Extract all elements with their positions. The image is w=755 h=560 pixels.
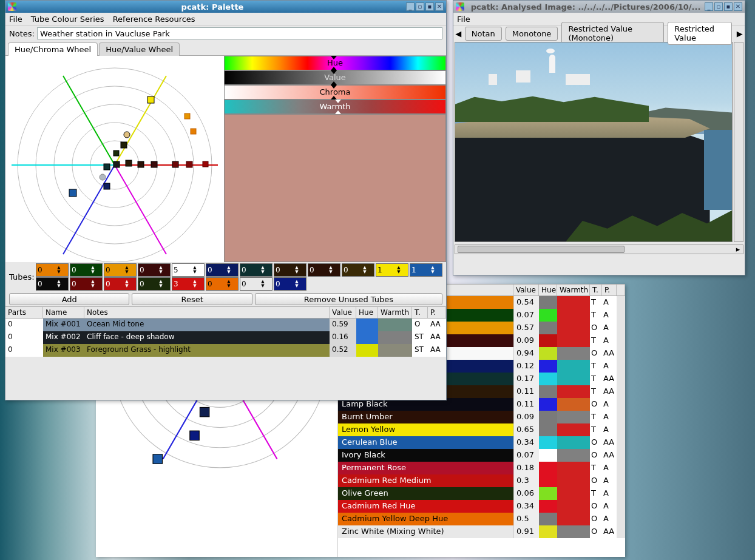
tube-value-input[interactable] [138, 266, 157, 274]
tube-spinner[interactable]: ▲▼ [138, 263, 171, 277]
menu-file[interactable]: File [9, 15, 22, 24]
restore-icon[interactable]: ▫ [714, 2, 723, 11]
tube-value-input[interactable] [172, 266, 191, 274]
tube-value-input[interactable] [70, 266, 89, 274]
tube-value-input[interactable] [274, 266, 293, 274]
tube-value-input[interactable] [342, 266, 361, 274]
colour-wheel[interactable] [5, 56, 224, 262]
spinner-arrows-icon[interactable]: ▲▼ [259, 280, 267, 288]
tube-value-input[interactable] [240, 266, 259, 274]
tube-spinner[interactable]: ▲▼ [308, 263, 340, 277]
maximize-icon[interactable]: ▪ [724, 2, 733, 11]
colour-row[interactable]: Cadmium Red Hue0.34OA [338, 500, 625, 513]
tube-spinner[interactable]: ▲▼ [206, 263, 239, 277]
tube-spinner[interactable]: ▲▼ [342, 263, 374, 277]
tube-spinner[interactable]: ▲▼ [376, 263, 408, 277]
palette-titlebar[interactable]: pcatk: Palette _ ▫ ▪ ✕ [5, 1, 446, 13]
colour-row[interactable]: Lemon Yellow0.65TA [338, 423, 625, 436]
tube-spinner[interactable]: ▲▼ [138, 277, 171, 291]
tube-spinner[interactable]: ▲▼ [70, 263, 103, 277]
hue-slider[interactable]: Hue [224, 56, 446, 70]
spinner-arrows-icon[interactable]: ▲▼ [361, 266, 369, 274]
tube-spinner[interactable]: ▲▼ [410, 263, 442, 277]
notes-input[interactable] [37, 27, 442, 39]
tube-value-input[interactable] [172, 280, 191, 288]
tube-value-input[interactable] [206, 280, 225, 288]
colour-row[interactable]: Cadmium Yellow Deep Hue0.5OA [338, 513, 625, 525]
image-hscrollbar[interactable]: ◂ ▸ [455, 245, 743, 254]
menu-tube-series[interactable]: Tube Colour Series [31, 15, 104, 24]
colour-row[interactable]: Olive Green0.06TA [338, 487, 625, 500]
tube-value-input[interactable] [274, 280, 293, 288]
colour-row[interactable]: Zinc White (Mixing White)0.91OAA [338, 525, 625, 538]
remove-unused-button[interactable]: Remove Unused Tubes [255, 293, 442, 305]
mix-row[interactable]: 0Mix #002Cliff face - deep shadow0.16STA… [5, 331, 446, 344]
tube-spinner[interactable]: ▲▼ [36, 277, 69, 291]
tube-value-input[interactable] [376, 266, 394, 274]
colour-row[interactable]: Cerulean Blue0.34OAA [338, 436, 625, 449]
mix-row[interactable]: 0Mix #001Ocean Mid tone0.59OAA [5, 319, 446, 331]
tabs-scroll-left[interactable]: ◀ [455, 29, 462, 38]
restore-icon[interactable]: ▫ [416, 2, 424, 11]
tab-hue-value[interactable]: Hue/Value Wheel [99, 42, 180, 56]
colour-row[interactable]: Cadmium Red Medium0.3OA [338, 474, 625, 487]
menu-reference[interactable]: Reference Resources [113, 15, 195, 24]
tube-spinner[interactable]: ▲▼ [104, 263, 137, 277]
tube-value-input[interactable] [138, 280, 157, 288]
close-icon[interactable]: ✕ [734, 2, 742, 11]
tube-spinner[interactable]: ▲▼ [240, 277, 273, 291]
tube-spinner[interactable]: ▲▼ [70, 277, 103, 291]
tube-value-input[interactable] [104, 280, 123, 288]
spinner-arrows-icon[interactable]: ▲▼ [123, 266, 131, 274]
tube-spinner[interactable]: ▲▼ [274, 263, 306, 277]
spinner-arrows-icon[interactable]: ▲▼ [225, 266, 233, 274]
tube-spinner[interactable]: ▲▼ [240, 263, 273, 277]
tube-spinner[interactable]: ▲▼ [206, 277, 239, 291]
spinner-arrows-icon[interactable]: ▲▼ [123, 280, 131, 288]
tube-value-input[interactable] [36, 280, 55, 288]
tab-restricted-value[interactable]: Restricted Value [668, 22, 732, 45]
spinner-arrows-icon[interactable]: ▲▼ [157, 266, 165, 274]
tube-value-input[interactable] [206, 266, 225, 274]
tube-spinner[interactable]: ▲▼ [274, 277, 306, 291]
tab-notan[interactable]: Notan [465, 27, 502, 41]
spinner-arrows-icon[interactable]: ▲▼ [293, 280, 301, 288]
add-button[interactable]: Add [9, 293, 129, 305]
chroma-slider[interactable]: Chroma [224, 85, 446, 100]
tube-value-input[interactable] [410, 266, 428, 274]
tabs-scroll-right[interactable]: ▶ [736, 29, 743, 38]
colour-row[interactable]: Permanent Rose0.18TA [338, 462, 625, 474]
spinner-arrows-icon[interactable]: ▲▼ [55, 280, 63, 288]
spinner-arrows-icon[interactable]: ▲▼ [191, 280, 199, 288]
spinner-arrows-icon[interactable]: ▲▼ [89, 266, 97, 274]
spinner-arrows-icon[interactable]: ▲▼ [225, 280, 233, 288]
maximize-icon[interactable]: ▪ [425, 2, 434, 11]
image-vscrollbar[interactable] [734, 42, 743, 242]
minimize-icon[interactable]: _ [705, 2, 713, 11]
menu-file[interactable]: File [457, 15, 470, 24]
image-titlebar[interactable]: pcatk: Analysed Image: ../../../../Pictu… [453, 1, 745, 13]
tab-monotone[interactable]: Monotone [506, 27, 558, 41]
minimize-icon[interactable]: _ [406, 2, 415, 11]
spinner-arrows-icon[interactable]: ▲▼ [394, 266, 403, 274]
mix-row[interactable]: 0Mix #003Foreground Grass - highlight0.5… [5, 344, 446, 357]
colour-row[interactable]: Ivory Black0.07OAA [338, 449, 625, 462]
colour-row[interactable]: Burnt Umber0.09TA [338, 411, 625, 423]
spinner-arrows-icon[interactable]: ▲▼ [89, 280, 97, 288]
warmth-slider[interactable]: Warmth [224, 100, 446, 114]
tube-value-input[interactable] [104, 266, 123, 274]
tab-hue-chroma[interactable]: Hue/Chroma Wheel [8, 42, 98, 56]
spinner-arrows-icon[interactable]: ▲▼ [428, 266, 437, 274]
analysed-image[interactable] [455, 42, 733, 242]
value-slider[interactable]: Value [224, 70, 446, 85]
tube-spinner[interactable]: ▲▼ [104, 277, 137, 291]
spinner-arrows-icon[interactable]: ▲▼ [259, 266, 267, 274]
tube-spinner[interactable]: ▲▼ [172, 277, 205, 291]
spinner-arrows-icon[interactable]: ▲▼ [293, 266, 301, 274]
reset-button[interactable]: Reset [132, 293, 252, 305]
tube-value-input[interactable] [240, 280, 259, 288]
spinner-arrows-icon[interactable]: ▲▼ [327, 266, 335, 274]
tube-value-input[interactable] [308, 266, 327, 274]
spinner-arrows-icon[interactable]: ▲▼ [191, 266, 199, 274]
close-icon[interactable]: ✕ [435, 2, 444, 11]
